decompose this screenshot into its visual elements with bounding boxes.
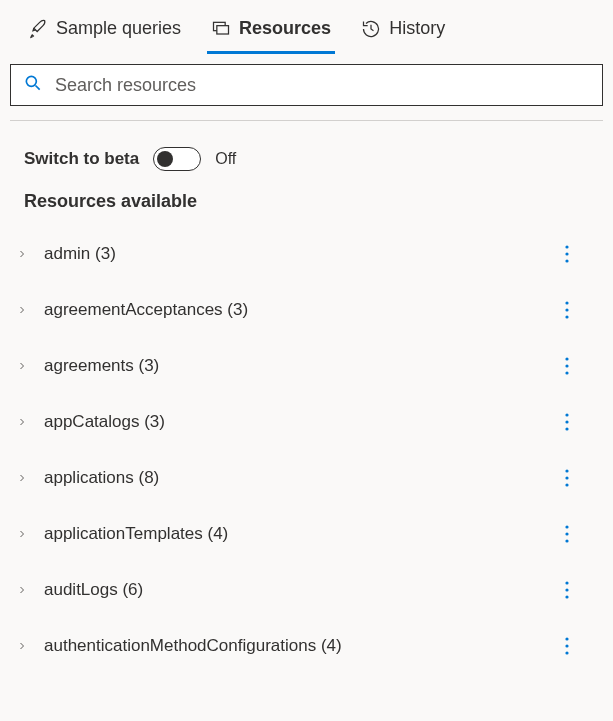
svg-point-21 bbox=[565, 539, 568, 542]
chevron-right-icon bbox=[14, 526, 30, 542]
chevron-right-icon bbox=[14, 302, 30, 318]
resource-row[interactable]: agreementAcceptances (3) bbox=[14, 282, 613, 338]
svg-point-25 bbox=[565, 637, 568, 640]
resources-icon bbox=[211, 19, 231, 39]
more-options-icon[interactable] bbox=[555, 296, 579, 324]
svg-point-15 bbox=[565, 427, 568, 430]
chevron-right-icon bbox=[14, 638, 30, 654]
resource-label: agreements (3) bbox=[44, 356, 541, 376]
resource-row[interactable]: appCatalogs (3) bbox=[14, 394, 613, 450]
resource-row[interactable]: admin (3) bbox=[14, 226, 613, 282]
resource-row[interactable]: agreements (3) bbox=[14, 338, 613, 394]
tab-bar: Sample queries Resources History bbox=[0, 0, 613, 54]
tab-label: Resources bbox=[239, 18, 331, 39]
svg-point-27 bbox=[565, 651, 568, 654]
chevron-right-icon bbox=[14, 582, 30, 598]
more-options-icon[interactable] bbox=[555, 520, 579, 548]
resources-available-heading: Resources available bbox=[0, 191, 613, 226]
tab-resources[interactable]: Resources bbox=[207, 12, 335, 54]
chevron-right-icon bbox=[14, 358, 30, 374]
beta-toggle-state: Off bbox=[215, 150, 236, 168]
svg-point-26 bbox=[565, 644, 568, 647]
svg-rect-1 bbox=[217, 25, 229, 33]
resource-row[interactable]: applicationTemplates (4) bbox=[14, 506, 613, 562]
more-options-icon[interactable] bbox=[555, 408, 579, 436]
search-container bbox=[0, 54, 613, 120]
resource-label: agreementAcceptances (3) bbox=[44, 300, 541, 320]
chevron-right-icon bbox=[14, 414, 30, 430]
history-icon bbox=[361, 19, 381, 39]
chevron-right-icon bbox=[14, 246, 30, 262]
svg-point-19 bbox=[565, 525, 568, 528]
resource-label: applicationTemplates (4) bbox=[44, 524, 541, 544]
resource-row[interactable]: applications (8) bbox=[14, 450, 613, 506]
more-options-icon[interactable] bbox=[555, 464, 579, 492]
search-input[interactable] bbox=[55, 75, 590, 96]
more-options-icon[interactable] bbox=[555, 352, 579, 380]
svg-point-9 bbox=[565, 315, 568, 318]
svg-point-12 bbox=[565, 371, 568, 374]
resource-label: admin (3) bbox=[44, 244, 541, 264]
more-options-icon[interactable] bbox=[555, 576, 579, 604]
svg-point-2 bbox=[26, 76, 36, 86]
svg-point-4 bbox=[565, 245, 568, 248]
svg-point-24 bbox=[565, 595, 568, 598]
resource-row[interactable]: auditLogs (6) bbox=[14, 562, 613, 618]
more-options-icon[interactable] bbox=[555, 240, 579, 268]
toggle-knob bbox=[157, 151, 173, 167]
svg-point-6 bbox=[565, 259, 568, 262]
resource-list[interactable]: admin (3)agreementAcceptances (3)agreeme… bbox=[0, 226, 613, 706]
resource-label: authenticationMethodConfigurations (4) bbox=[44, 636, 541, 656]
resource-label: auditLogs (6) bbox=[44, 580, 541, 600]
svg-point-10 bbox=[565, 357, 568, 360]
chevron-right-icon bbox=[14, 470, 30, 486]
svg-point-20 bbox=[565, 532, 568, 535]
svg-point-7 bbox=[565, 301, 568, 304]
svg-point-14 bbox=[565, 420, 568, 423]
svg-line-3 bbox=[36, 86, 40, 90]
rocket-icon bbox=[28, 19, 48, 39]
resource-label: applications (8) bbox=[44, 468, 541, 488]
svg-point-18 bbox=[565, 483, 568, 486]
svg-point-16 bbox=[565, 469, 568, 472]
tab-sample-queries[interactable]: Sample queries bbox=[24, 12, 185, 54]
beta-toggle-label: Switch to beta bbox=[24, 149, 139, 169]
tab-label: History bbox=[389, 18, 445, 39]
svg-point-5 bbox=[565, 252, 568, 255]
beta-toggle[interactable] bbox=[153, 147, 201, 171]
svg-point-17 bbox=[565, 476, 568, 479]
search-box[interactable] bbox=[10, 64, 603, 106]
tab-label: Sample queries bbox=[56, 18, 181, 39]
resource-row[interactable]: authenticationMethodConfigurations (4) bbox=[14, 618, 613, 674]
svg-point-23 bbox=[565, 588, 568, 591]
svg-point-22 bbox=[565, 581, 568, 584]
svg-point-8 bbox=[565, 308, 568, 311]
search-icon bbox=[23, 73, 43, 97]
svg-point-11 bbox=[565, 364, 568, 367]
beta-toggle-row: Switch to beta Off bbox=[0, 121, 613, 191]
more-options-icon[interactable] bbox=[555, 632, 579, 660]
tab-history[interactable]: History bbox=[357, 12, 449, 54]
resource-label: appCatalogs (3) bbox=[44, 412, 541, 432]
svg-point-13 bbox=[565, 413, 568, 416]
